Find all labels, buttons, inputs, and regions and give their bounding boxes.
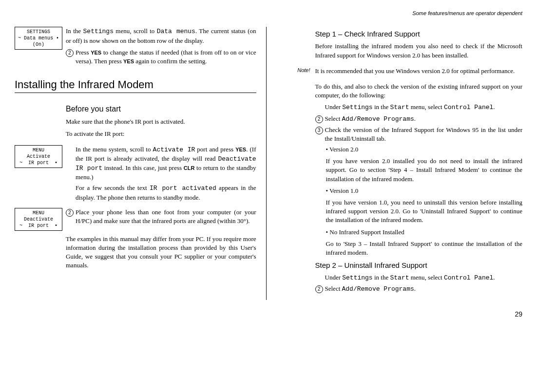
menu-item: Start	[390, 104, 409, 111]
step-number-2-icon: 2	[315, 285, 323, 293]
version-bullet: Version 1.0	[326, 187, 523, 195]
paragraph: The examples in this manual may differ f…	[66, 235, 256, 270]
step-heading: Step 1 – Check Infrared Support	[315, 29, 523, 39]
t: menu, select	[409, 274, 443, 281]
menu-item: Settings	[342, 274, 372, 281]
display-line: ~ IR port •	[16, 223, 61, 229]
menu-item: Start	[390, 274, 409, 281]
right-column: Step 1 – Check Infrared Support Before i…	[281, 27, 523, 299]
section-heading: Installing the Infrared Modem	[15, 77, 256, 93]
t: Check the version of the Infrared Suppor…	[325, 126, 523, 143]
t: For a few seconds the text	[76, 184, 150, 191]
display-line: (On)	[16, 41, 61, 48]
paragraph: Make sure that the phone's IR port is ac…	[66, 117, 256, 126]
t: Place your phone less than one foot from…	[76, 208, 256, 225]
menu-item: Add/Remove Programs	[342, 285, 414, 293]
t: .	[414, 285, 416, 292]
step-number-2-icon: 2	[66, 209, 74, 217]
t: in the	[373, 274, 390, 281]
menu-item: Control Panel	[444, 274, 493, 281]
key-yes: YES	[235, 147, 246, 152]
phone-display-activate: MENU Activate ~ IR port •	[15, 145, 61, 204]
display-line: Deactivate	[16, 216, 61, 223]
paragraph: Before installing the infrared modem you…	[315, 42, 523, 59]
instruction: Under Settings in the Start menu, select…	[315, 103, 523, 112]
display-text: IR port activated	[150, 185, 216, 192]
instruction: Under Settings in the Start menu, select…	[315, 273, 523, 282]
paragraph: If you have version 1.0, you need to uni…	[326, 198, 523, 225]
intro-paragraph: In the Settings menu, scroll to Data men…	[66, 27, 256, 45]
t: menu, scroll to	[114, 27, 157, 35]
display-line: ~ Data menus •	[16, 35, 61, 41]
t: Under	[325, 274, 343, 281]
key-yes: YES	[123, 58, 134, 64]
left-column: SETTINGS ~ Data menus • (On) In the Sett…	[15, 27, 267, 299]
display-line: ~ IR port •	[16, 160, 61, 166]
subsection-heading: Before you start	[66, 104, 256, 114]
phone-display-deactivate: MENU Deactivate ~ IR port •	[15, 208, 61, 231]
t: in the	[373, 103, 390, 111]
key-clr: CLR	[184, 165, 195, 171]
content-columns: SETTINGS ~ Data menus • (On) In the Sett…	[15, 27, 522, 299]
display-line: SETTINGS	[16, 29, 61, 35]
numbered-step: 2 Select Add/Remove Programs.	[315, 114, 523, 124]
t: menu, select	[409, 103, 443, 111]
numbered-step: 2 Press YES to change the status if need…	[66, 48, 256, 66]
step-number-3-icon: 3	[315, 127, 323, 134]
step-number-2-icon: 2	[315, 115, 323, 123]
instruction: For a few seconds the text IR port activ…	[66, 184, 256, 202]
t: Press	[76, 49, 91, 56]
numbered-step: 3 Check the version of the Infrared Supp…	[315, 126, 523, 143]
display-line: MENU	[16, 147, 61, 153]
menu-name: Settings	[83, 28, 114, 35]
t: instead. In this case, just press	[102, 164, 184, 171]
t: In the	[66, 27, 83, 35]
phone-display-settings: SETTINGS ~ Data menus • (On)	[15, 27, 61, 68]
header-note: Some features/menus are operator depende…	[15, 10, 522, 17]
numbered-step: 2 Select Add/Remove Programs.	[315, 284, 523, 294]
note-text: It is recommended that you use Windows v…	[315, 67, 523, 75]
step-heading: Step 2 – Uninstall Infrared Support	[315, 260, 523, 270]
instruction: In the menu system, scroll to Activate I…	[66, 145, 256, 182]
menu-item: Add/Remove Programs	[342, 115, 414, 123]
paragraph: To do this, and also to check the versio…	[315, 82, 523, 100]
t: Select	[325, 285, 342, 292]
key-yes: YES	[91, 50, 101, 56]
version-bullet: No Infrared Support Installed	[326, 228, 523, 237]
t: port and press	[195, 146, 235, 153]
t: again to confirm the setting.	[134, 57, 207, 65]
t: .	[414, 115, 416, 122]
menu-item: Data menus	[157, 28, 195, 35]
paragraph: If you have version 2.0 installed you do…	[326, 157, 523, 184]
display-line: Activate	[16, 153, 61, 160]
version-bullet: Version 2.0	[326, 145, 523, 154]
t: In the menu system, scroll to	[76, 146, 153, 153]
menu-item: Activate IR	[153, 146, 195, 153]
t: Select	[325, 115, 342, 122]
paragraph: Go to 'Step 3 – Install Infrared Support…	[326, 240, 523, 257]
t: .	[493, 274, 495, 281]
display-line: MENU	[16, 210, 61, 216]
step-number-2-icon: 2	[66, 49, 74, 57]
t: Under	[325, 103, 343, 111]
t: .	[493, 103, 495, 111]
page-number: 29	[15, 310, 522, 319]
paragraph: To activate the IR port:	[66, 130, 256, 138]
menu-item: Settings	[342, 104, 372, 111]
note-label: Note!	[281, 67, 310, 78]
menu-item: Control Panel	[444, 104, 493, 111]
numbered-step: 2 Place your phone less than one foot fr…	[66, 208, 256, 225]
